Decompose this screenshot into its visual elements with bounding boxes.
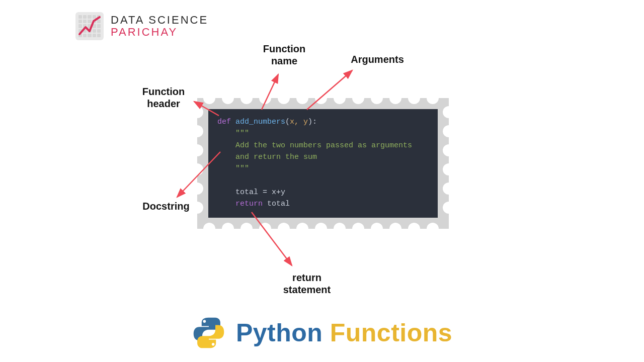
label-return-statement: returnstatement: [272, 272, 342, 296]
docstring-line1: Add the two numbers passed as arguments: [235, 141, 412, 150]
label-arguments: Arguments: [342, 53, 413, 65]
label-function-name: Functionname: [249, 43, 319, 67]
python-logo-icon: [192, 316, 226, 350]
keyword-def: def: [217, 118, 231, 126]
stamp-frame: def add_numbers(x, y): """ Add the two n…: [197, 98, 449, 229]
function-name-token: add_numbers: [235, 118, 285, 126]
title-word-1: Python: [236, 319, 323, 347]
docstring-close: """: [235, 164, 249, 173]
keyword-return: return: [235, 200, 263, 208]
docstring-line2: and return the sum: [235, 153, 317, 161]
docstring-open: """: [235, 129, 249, 138]
page-title: Python Functions: [236, 318, 452, 347]
brand-text: DATA SCIENCE PARICHAY: [111, 14, 208, 38]
brand-line2: PARICHAY: [111, 26, 208, 38]
label-docstring: Docstring: [136, 200, 196, 212]
assignment-line: total = x+y: [235, 188, 285, 197]
brand-logo: DATA SCIENCE PARICHAY: [75, 12, 208, 40]
label-function-header: Functionheader: [133, 85, 194, 110]
chart-grid-icon: [75, 12, 104, 40]
page-title-row: Python Functions: [0, 316, 644, 350]
code-block: def add_numbers(x, y): """ Add the two n…: [208, 109, 438, 218]
svg-point-5: [203, 320, 206, 323]
brand-line1: DATA SCIENCE: [111, 14, 208, 26]
return-value: total: [263, 200, 290, 208]
svg-point-6: [212, 343, 215, 346]
title-word-2: Functions: [330, 319, 452, 347]
params-token: x, y: [290, 118, 308, 126]
